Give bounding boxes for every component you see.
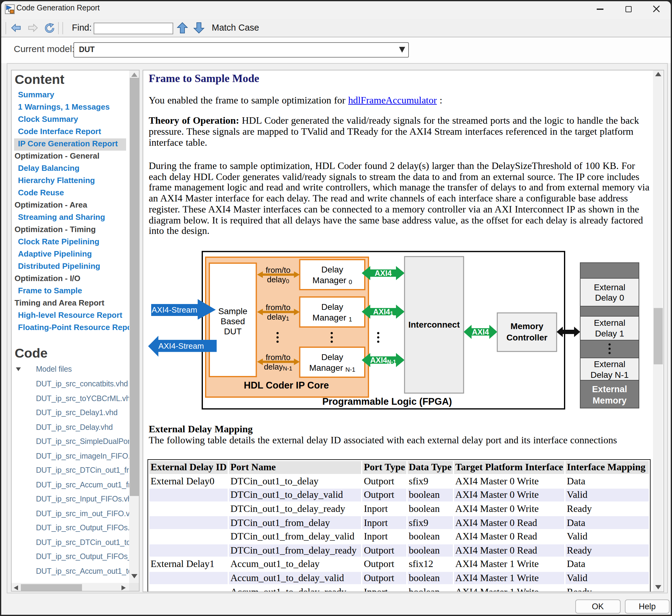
svg-text:External: External <box>594 318 625 328</box>
svg-text:delay1: delay1 <box>267 312 289 322</box>
svg-text:AXI4: AXI4 <box>472 328 489 336</box>
svg-text:External: External <box>592 384 627 394</box>
svg-text:AXI4-Stream: AXI4-Stream <box>159 342 204 351</box>
svg-text:Sample: Sample <box>218 306 247 316</box>
svg-text:Delay: Delay <box>321 353 343 362</box>
svg-text:Based: Based <box>221 317 245 326</box>
svg-text:Manager 0: Manager 0 <box>312 275 352 285</box>
svg-text:Memory: Memory <box>592 396 626 405</box>
svg-text:External: External <box>594 360 625 369</box>
svg-text:Delay: Delay <box>321 265 343 274</box>
svg-text:from/to: from/to <box>266 353 290 362</box>
svg-text:Delay 0: Delay 0 <box>595 293 624 302</box>
svg-text:Delay 1: Delay 1 <box>595 329 624 338</box>
svg-text:Memory: Memory <box>510 322 543 331</box>
svg-text:Delay N-1: Delay N-1 <box>591 370 629 380</box>
svg-text:AXI4: AXI4 <box>375 269 392 277</box>
svg-text:Interconnect: Interconnect <box>408 320 460 330</box>
svg-text:Programmable Logic (FPGA): Programmable Logic (FPGA) <box>322 396 452 407</box>
svg-text:from/to: from/to <box>266 303 290 312</box>
svg-text:Manager 1: Manager 1 <box>312 313 352 323</box>
svg-text:Controller: Controller <box>506 333 547 342</box>
svg-text:delay0: delay0 <box>267 275 289 284</box>
svg-text:External: External <box>594 282 625 292</box>
svg-text:HDL Coder IP Core: HDL Coder IP Core <box>244 380 329 391</box>
svg-text:from/to: from/to <box>266 265 290 274</box>
svg-text:AXI4-Stream: AXI4-Stream <box>152 305 197 315</box>
svg-text:DUT: DUT <box>224 327 242 336</box>
svg-text:Delay: Delay <box>321 302 343 312</box>
